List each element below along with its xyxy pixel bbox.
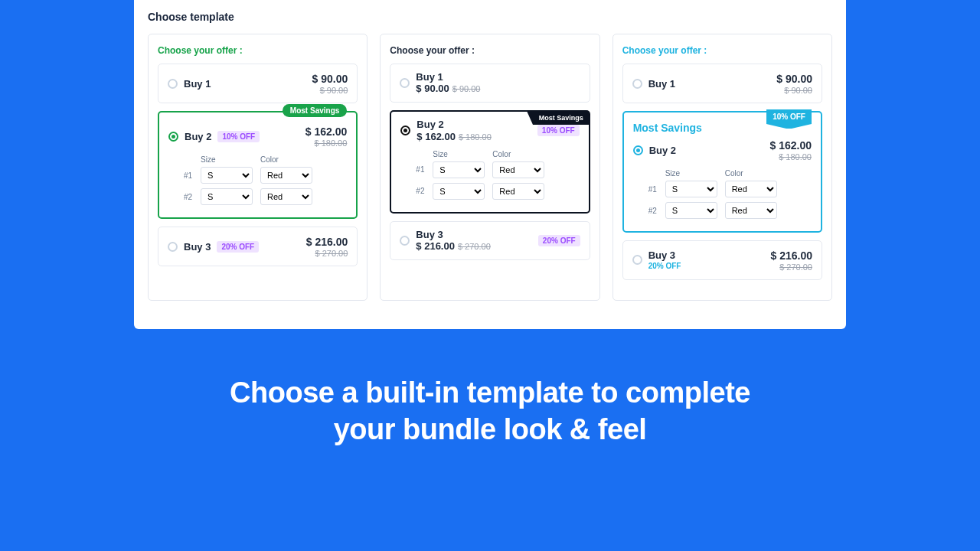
color-select[interactable]: Red bbox=[492, 161, 544, 178]
radio-icon[interactable] bbox=[168, 242, 178, 252]
radio-icon[interactable] bbox=[400, 126, 410, 135]
marketing-caption: Choose a built-in template to complete y… bbox=[0, 375, 980, 448]
variant-block: SizeColor #1 S Red #2 S Red bbox=[168, 155, 347, 205]
variant-row: #2 S Red bbox=[184, 188, 347, 205]
row-index: #1 bbox=[416, 165, 425, 174]
row-index: #2 bbox=[184, 193, 193, 201]
offer-buy3[interactable]: Buy 3 $ 216.00$ 270.00 20% OFF bbox=[390, 221, 590, 260]
discount-pill: 10% OFF bbox=[217, 131, 260, 142]
offer-strike: $ 270.00 bbox=[770, 262, 812, 272]
template-panel: Choose template Choose your offer : Buy … bbox=[134, 0, 846, 329]
col-size: Size bbox=[433, 150, 485, 158]
col-color: Color bbox=[725, 169, 777, 178]
template-card-green[interactable]: Choose your offer : Buy 1 $ 90.00 $ 90.0… bbox=[148, 34, 368, 301]
variant-block: SizeColor #1 S Red #2 S Red bbox=[400, 150, 579, 200]
variant-row: #2 S Red bbox=[648, 202, 812, 219]
offer-price: $ 216.00 bbox=[770, 249, 812, 262]
offer-name: Buy 3 bbox=[416, 230, 443, 240]
savings-ribbon: Most Savings bbox=[533, 111, 590, 125]
col-color: Color bbox=[492, 150, 544, 158]
offer-price: $ 216.00 bbox=[306, 236, 348, 248]
discount-ribbon: 10% OFF bbox=[766, 109, 812, 124]
offer-price: $ 90.00$ 90.00 bbox=[416, 83, 480, 94]
template-card-black[interactable]: Choose your offer : Buy 1 $ 90.00$ 90.00 bbox=[380, 34, 599, 301]
offer-name: Buy 3 bbox=[648, 250, 675, 261]
offer-buy2[interactable]: 10% OFF Most Savings Buy 2 $ 162.00 $ 18… bbox=[622, 111, 822, 233]
offer-strike: $ 180.00 bbox=[305, 139, 348, 148]
offer-buy3[interactable]: Buy 3 20% OFF $ 216.00 $ 270.00 bbox=[622, 240, 822, 280]
savings-badge: Most Savings bbox=[283, 104, 347, 117]
offer-price: $ 162.00 bbox=[769, 139, 812, 152]
offer-name: Buy 2 bbox=[185, 131, 211, 142]
col-size: Size bbox=[665, 169, 717, 178]
offer-price: $ 162.00$ 180.00 bbox=[416, 131, 491, 142]
offer-strike: $ 180.00 bbox=[459, 132, 492, 142]
offer-buy1[interactable]: Buy 1 $ 90.00$ 90.00 bbox=[390, 64, 590, 103]
offer-strike: $ 180.00 bbox=[769, 152, 812, 161]
col-size: Size bbox=[201, 155, 253, 164]
size-select[interactable]: S bbox=[665, 181, 717, 197]
col-color: Color bbox=[260, 155, 312, 164]
offer-name: Buy 1 bbox=[648, 78, 675, 90]
offer-strike: $ 90.00 bbox=[776, 86, 812, 95]
radio-icon[interactable] bbox=[400, 78, 410, 88]
radio-icon[interactable] bbox=[400, 236, 410, 246]
panel-title: Choose template bbox=[148, 11, 832, 23]
discount-pill: 20% OFF bbox=[538, 235, 580, 246]
radio-icon[interactable] bbox=[168, 132, 178, 142]
color-select[interactable]: Red bbox=[260, 188, 312, 205]
stage: Choose template Choose your offer : Buy … bbox=[0, 0, 980, 551]
offer-name: Buy 2 bbox=[649, 145, 676, 156]
template-card-cyan[interactable]: Choose your offer : Buy 1 $ 90.00 $ 90.0… bbox=[612, 34, 832, 301]
offer-strike: $ 90.00 bbox=[452, 84, 481, 93]
offer-name: Buy 1 bbox=[184, 78, 211, 90]
radio-icon[interactable] bbox=[168, 79, 178, 89]
variant-block: SizeColor #1 S Red #2 S Red bbox=[633, 169, 812, 219]
caption-line1: Choose a built-in template to complete bbox=[0, 375, 980, 412]
row-index: #2 bbox=[648, 207, 658, 215]
offer-name: Buy 1 bbox=[416, 72, 443, 83]
variant-row: #1 S Red bbox=[648, 181, 812, 197]
choose-label: Choose your offer : bbox=[622, 45, 822, 56]
row-index: #1 bbox=[648, 185, 658, 194]
row-index: #2 bbox=[416, 187, 425, 195]
offer-buy1[interactable]: Buy 1 $ 90.00 $ 90.00 bbox=[158, 64, 358, 103]
size-select[interactable]: S bbox=[433, 161, 485, 178]
size-select[interactable]: S bbox=[433, 183, 485, 200]
offer-name: Buy 2 bbox=[416, 119, 443, 130]
variant-row: #1 S Red bbox=[184, 167, 347, 184]
size-select[interactable]: S bbox=[201, 167, 253, 184]
radio-icon[interactable] bbox=[632, 255, 642, 265]
offer-price: $ 90.00 bbox=[776, 73, 812, 85]
offer-buy3[interactable]: Buy 3 20% OFF $ 216.00 $ 270.00 bbox=[158, 227, 358, 266]
size-select[interactable]: S bbox=[665, 202, 717, 219]
offer-strike: $ 270.00 bbox=[458, 242, 491, 251]
discount-pill: 20% OFF bbox=[217, 241, 259, 253]
size-select[interactable]: S bbox=[201, 188, 253, 205]
variant-row: #1 S Red bbox=[416, 161, 579, 178]
caption-line2: your bundle look & feel bbox=[0, 412, 980, 448]
discount-pill: 10% OFF bbox=[537, 125, 580, 136]
radio-icon[interactable] bbox=[632, 79, 642, 89]
offer-price: $ 90.00 bbox=[312, 73, 348, 85]
row-index: #1 bbox=[184, 171, 193, 180]
discount-sub: 20% OFF bbox=[648, 262, 681, 270]
choose-label: Choose your offer : bbox=[390, 45, 590, 56]
offer-buy1[interactable]: Buy 1 $ 90.00 $ 90.00 bbox=[622, 64, 822, 103]
color-select[interactable]: Red bbox=[260, 167, 312, 184]
offer-price: $ 216.00$ 270.00 bbox=[416, 240, 490, 252]
offer-buy2[interactable]: Most Savings Buy 2 $ 162.00$ 180.00 10% … bbox=[390, 110, 590, 213]
radio-icon[interactable] bbox=[633, 145, 643, 155]
color-select[interactable]: Red bbox=[725, 181, 777, 197]
color-select[interactable]: Red bbox=[725, 202, 777, 219]
template-cards: Choose your offer : Buy 1 $ 90.00 $ 90.0… bbox=[148, 34, 832, 301]
color-select[interactable]: Red bbox=[492, 183, 544, 200]
choose-label: Choose your offer : bbox=[158, 45, 358, 56]
offer-name: Buy 3 bbox=[184, 241, 211, 253]
offer-strike: $ 270.00 bbox=[306, 249, 348, 258]
offer-price: $ 162.00 bbox=[305, 126, 348, 138]
offer-strike: $ 90.00 bbox=[312, 86, 348, 95]
offer-buy2[interactable]: Most Savings Buy 2 10% OFF $ 162.00 $ 18… bbox=[158, 111, 358, 219]
variant-row: #2 S Red bbox=[416, 183, 579, 200]
